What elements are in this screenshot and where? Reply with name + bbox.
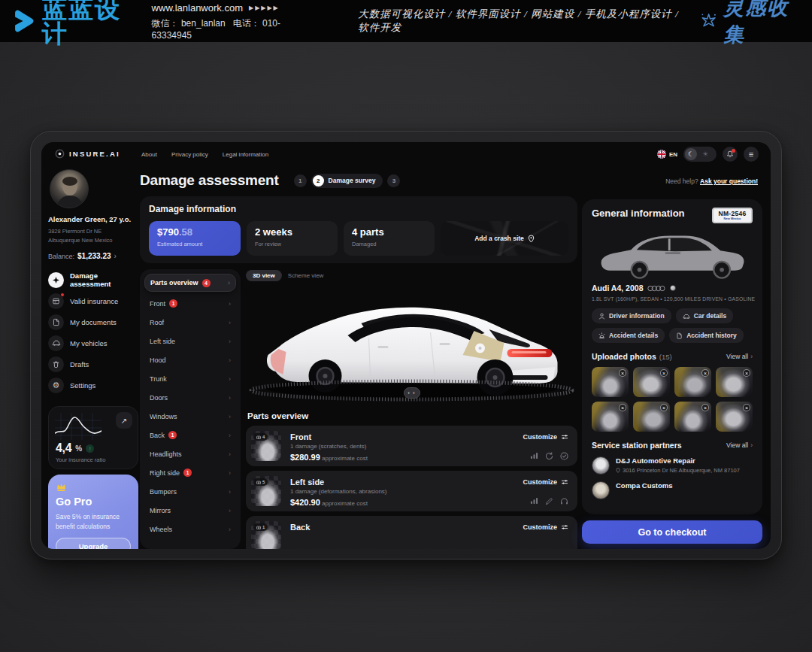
estimated-amount-card[interactable]: $790.58 Estimated amount <box>149 221 241 256</box>
tab-3d-view[interactable]: 3D view <box>246 270 282 281</box>
parts-nav-roof[interactable]: Roof <box>144 313 236 332</box>
partner-logo <box>592 481 610 499</box>
partner-logo <box>592 456 610 475</box>
go-to-checkout-button[interactable]: Go to checkout <box>582 520 762 544</box>
part-item-left-side[interactable]: 5 Left side 1 damage (deformations, abra… <box>246 471 577 511</box>
photo-thumbnail[interactable] <box>674 367 711 397</box>
step-2-active[interactable]: 2 Damage survey <box>311 174 383 188</box>
review-time-card[interactable]: 2 weeks For review <box>247 221 338 256</box>
customize-button[interactable]: Customize <box>523 523 568 531</box>
sidebar-item-drafts[interactable]: Drafts <box>48 353 140 375</box>
chevron-right-icon <box>229 394 231 402</box>
customize-button[interactable]: Customize <box>523 433 568 441</box>
step-3[interactable]: 3 <box>387 174 400 187</box>
parts-nav-bumpers[interactable]: Bumpers <box>144 482 236 501</box>
parts-nav-overview[interactable]: Parts overview4 <box>144 274 236 292</box>
nav-about[interactable]: About <box>141 151 157 158</box>
photo-thumbnail[interactable] <box>633 402 670 432</box>
photo-thumbnail[interactable] <box>716 367 753 397</box>
parts-nav-wheels[interactable]: Wheels <box>144 520 236 538</box>
parts-nav-trunk[interactable]: Trunk <box>144 369 236 388</box>
close-icon[interactable] <box>660 369 668 377</box>
nav-privacy-policy[interactable]: Privacy policy <box>171 151 208 158</box>
sidebar-item-my-documents[interactable]: My documents <box>48 311 140 332</box>
partner-dj-automotive[interactable]: D&J Automotive Repair 3016 Princeton Dr … <box>592 456 753 475</box>
parts-nav-front[interactable]: Front1 <box>144 294 236 313</box>
upgrade-button[interactable]: Upgrade <box>56 538 131 549</box>
parts-nav-headlights[interactable]: Headlights <box>144 444 236 463</box>
camera-count-badge: 5 <box>253 478 268 486</box>
close-icon[interactable] <box>701 369 709 377</box>
avatar[interactable] <box>50 169 89 208</box>
car-details-button[interactable]: Car details <box>676 308 733 323</box>
alarm-icon <box>598 332 605 339</box>
parts-nav-windows[interactable]: Windows <box>144 407 236 426</box>
sidebar-item-valid-insurance[interactable]: Valid insurance <box>48 290 140 311</box>
part-item-back[interactable]: 1 Back Customize <box>246 516 577 549</box>
customize-button[interactable]: Customize <box>523 478 568 486</box>
language-selector[interactable]: EN <box>657 150 677 159</box>
view-all-photos-link[interactable]: View all <box>726 353 753 360</box>
sidebar-item-settings[interactable]: Settings <box>48 375 140 396</box>
accident-details-button[interactable]: Accident details <box>592 328 665 343</box>
tab-scheme-view[interactable]: Scheme view <box>288 272 324 279</box>
parts-nav-left-side[interactable]: Left side <box>144 332 236 350</box>
close-icon[interactable] <box>660 404 668 411</box>
rotation-dial[interactable] <box>246 378 577 403</box>
close-icon[interactable] <box>619 369 626 377</box>
stats-icon[interactable] <box>530 497 538 505</box>
close-icon[interactable] <box>743 369 750 377</box>
damaged-parts-card[interactable]: 4 parts Damaged <box>344 221 435 256</box>
ask-question-link[interactable]: Ask your question! <box>700 177 758 185</box>
sun-icon[interactable] <box>699 148 711 160</box>
balance-value: $1,233.23 <box>77 252 111 260</box>
balance-row[interactable]: Balance: $1,233.23 <box>48 252 140 260</box>
driver-information-button[interactable]: Driver information <box>592 308 671 323</box>
view-all-partners-link[interactable]: View all <box>726 441 753 449</box>
photo-thumbnail[interactable] <box>633 367 670 397</box>
banner-website-link[interactable]: www.lanlanwork.com <box>152 2 243 14</box>
expand-icon[interactable] <box>116 412 132 429</box>
hamburger-menu-button[interactable] <box>744 147 759 162</box>
step-1[interactable]: 1 <box>294 174 307 187</box>
part-item-front[interactable]: 4 Front 1 damage (scratches, dents) $280… <box>246 426 577 466</box>
accident-history-button[interactable]: Accident history <box>669 328 744 343</box>
app-brand-text: INSURE.AI <box>69 150 120 158</box>
add-crash-site-button[interactable]: Add a crash site <box>441 221 568 256</box>
close-icon[interactable] <box>743 404 750 411</box>
chevron-right-icon <box>229 526 231 533</box>
photo-thumbnail[interactable] <box>674 402 711 432</box>
sidebar-item-damage-assessment[interactable]: Damage assessment <box>48 269 140 290</box>
notifications-button[interactable] <box>723 147 738 162</box>
close-icon[interactable] <box>619 404 626 411</box>
check-circle-icon[interactable] <box>560 452 568 460</box>
pen-icon[interactable] <box>545 497 553 505</box>
rotation-handle[interactable] <box>404 387 420 399</box>
parts-nav-hood[interactable]: Hood <box>144 350 236 369</box>
gear-icon <box>48 378 64 393</box>
stats-icon[interactable] <box>530 452 538 459</box>
parts-nav-mirrors[interactable]: Mirrors <box>144 501 236 520</box>
headphones-icon[interactable] <box>560 497 568 505</box>
moon-icon[interactable] <box>685 148 697 160</box>
go-pro-title: Go Pro <box>56 496 131 508</box>
photo-thumbnail[interactable] <box>716 402 753 432</box>
camera-icon <box>256 526 261 529</box>
sparkle-icon <box>48 272 64 288</box>
theme-toggle[interactable] <box>683 147 717 162</box>
parts-nav-doors[interactable]: Doors <box>144 388 236 407</box>
close-icon[interactable] <box>701 404 709 411</box>
car-3d-stage[interactable] <box>246 283 577 405</box>
refresh-icon[interactable] <box>545 452 553 460</box>
parts-nav-back[interactable]: Back1 <box>144 426 236 444</box>
parts-nav-right-side[interactable]: Right side1 <box>144 463 236 482</box>
chevron-right-icon <box>229 488 231 496</box>
banner-collection: 灵感收集 <box>700 0 801 48</box>
document-icon <box>676 332 683 339</box>
photo-thumbnail[interactable] <box>592 367 629 397</box>
insurance-ratio-card: 4,4 % Your insurance ratio <box>48 406 138 469</box>
photo-thumbnail[interactable] <box>592 402 629 432</box>
nav-legal-information[interactable]: Legal information <box>223 151 268 158</box>
sidebar-item-my-vehicles[interactable]: My vehicles <box>48 332 140 353</box>
partner-compa-customs[interactable]: Compa Customs <box>592 481 753 499</box>
